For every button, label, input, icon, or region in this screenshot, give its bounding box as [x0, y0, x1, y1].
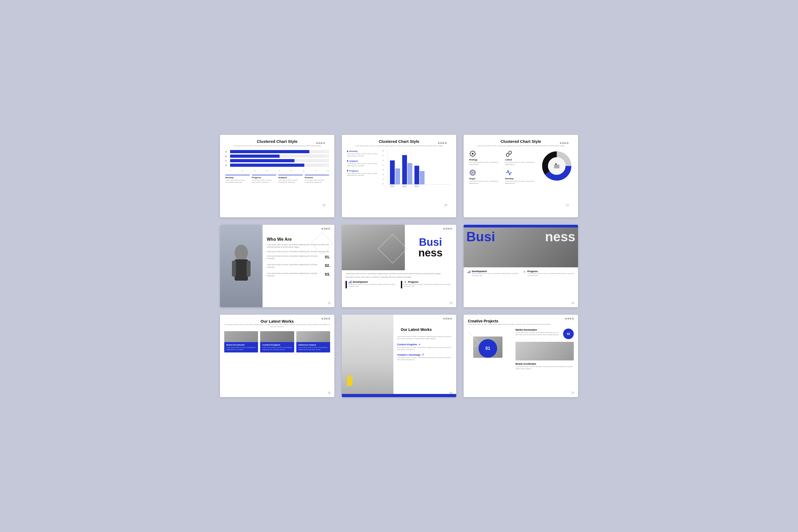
- vbar-2026-1: [414, 166, 419, 184]
- circle-02: 02: [563, 328, 574, 339]
- left-item-develop: Develop Lorem ipsum dolor sit amet, cons…: [347, 150, 379, 157]
- left-item-progress: Progress Lorem ipsum dolor sit amet, con…: [347, 170, 379, 177]
- slide-25-item-1: Brand Accelerator Lorem ipsum dolor sit …: [224, 331, 258, 353]
- slide-23-body2: Duis autem vel eum iriure dolor in hendr…: [345, 276, 453, 278]
- bar-row-b: B 50%: [225, 155, 329, 158]
- slide-20-subtitle: Lorem ipsum dolor sit amet, consectetuer…: [347, 145, 451, 147]
- slide-25: KŪKŪ Our Latest Works Lorem ipsum dolor …: [220, 315, 334, 397]
- kuku-logo-27: KŪKŪ: [565, 317, 574, 320]
- numbered-item-1: Lorem ipsum dolor sit amet, consectetuer…: [267, 255, 330, 262]
- footer-item-develop: Develop Lorem ipsum dolor sit amet, cons…: [225, 175, 250, 184]
- slide-20: KŪKŪ Clustered Chart Style Lorem ipsum d…: [342, 135, 456, 217]
- slide-21-icons: Strategy Lorem ipsum dolor sit amet, con…: [469, 150, 538, 184]
- icon-target: Target Lorem ipsum dolor sit amet, conse…: [469, 169, 502, 185]
- slide-21-subtitle: Lorem ipsum dolor sit amet, consectetuer…: [469, 145, 573, 147]
- slide-21: KŪKŪ Clustered Chart Style Lorem ipsum d…: [464, 135, 578, 217]
- kuku-logo-23: KŪKŪ: [443, 227, 453, 230]
- slide-23-text: Busi ness: [405, 225, 456, 270]
- footer-item-analysis: Analysis Lorem ipsum dolor sit amet, con…: [278, 175, 303, 184]
- vchart-y-labels: 80 70 60 50 40 30 20 10: [382, 150, 384, 185]
- kuku-logo-22: KŪKŪ: [322, 227, 331, 230]
- slide-25-img-1: Brand Accelerator Lorem ipsum dolor sit …: [224, 331, 258, 353]
- gear-icon-prog: [404, 280, 407, 284]
- svg-rect-11: [247, 261, 251, 277]
- slide-20-title: Clustered Chart Style: [347, 139, 451, 144]
- slide-26-subtitle: Lorem ipsum dolor sit amet, consectetuer…: [397, 336, 453, 340]
- numbered-list-22: Lorem ipsum dolor sit amet, consectetuer…: [267, 255, 330, 279]
- svg-rect-9: [234, 259, 248, 281]
- kuku-logo-21: KŪKŪ: [560, 142, 569, 145]
- slide-19: KŪKŪ Clustered Chart Style Lorem ipsum d…: [220, 135, 334, 217]
- svg-rect-10: [232, 261, 236, 277]
- chevron-icon-progress: [347, 170, 348, 172]
- slide-27-subtitle: Lorem ipsum dolor sit amet, consectetuer…: [468, 323, 574, 325]
- footer-item-progress: Progress Lorem ipsum dolor sit amet, con…: [252, 175, 277, 184]
- slide-23-ness: ness: [418, 247, 443, 258]
- slide-24-photo: ness Busi: [464, 227, 578, 267]
- slide-24-bottom: Development Lorem ipsum dolor sit amet, …: [464, 267, 578, 285]
- slide-22-photo: [220, 225, 263, 307]
- slide-24-icons: Development Lorem ipsum dolor sit amet, …: [467, 270, 574, 277]
- vchart-labels: 2024 2025 2026: [382, 185, 451, 187]
- slide-20-left: Develop Lorem ipsum dolor sit amet, cons…: [347, 150, 379, 187]
- gear-icon: [469, 150, 476, 157]
- bar-icon-dev: [345, 281, 347, 288]
- slide-number-23: 23: [450, 302, 453, 305]
- chevron-icon-analysis: [347, 160, 348, 162]
- slide-27-title: Creative Projects: [468, 319, 574, 323]
- lamp-accent: [347, 375, 353, 386]
- slide-26-right: KŪKŪ Our Latest Works Lorem ipsum dolor …: [394, 315, 456, 394]
- slide-26-item-1: Content Kingdom ↗ Lorem ipsum dolor sit …: [397, 343, 453, 351]
- slide-27-market-domination: Market Domination Lorem ipsum dolor sit …: [515, 328, 574, 339]
- svg-rect-14: [351, 281, 352, 283]
- arrow-icon-1: ↗: [418, 343, 420, 346]
- slide-number-26: 26: [450, 392, 453, 395]
- slide-25-overlay-1: Brand Accelerator Lorem ipsum dolor sit …: [224, 342, 258, 353]
- vbar-2024-1: [390, 160, 395, 184]
- slide-24: KŪKŪ ness Busi Development Lorem ipsum d…: [464, 225, 578, 307]
- svg-rect-13: [350, 281, 350, 283]
- donut-chart: [541, 150, 573, 182]
- kuku-logo-19: KŪKŪ: [316, 142, 325, 145]
- slide-26-left-img: [342, 315, 394, 394]
- slide-23-body1: Lorem ipsum dolor sit amet, consectetuer…: [345, 272, 453, 275]
- slide-19-footer: Develop Lorem ipsum dolor sit amet, cons…: [225, 175, 329, 184]
- slide-25-img-3: Influencer Impact Lorem ipsum dolor sit …: [296, 331, 330, 353]
- vbar-2025-2: [407, 163, 412, 184]
- slide-27-brand-accel: Brand Accelerator Lorem ipsum dolor sit …: [515, 363, 574, 370]
- slide-24-top-bar: [464, 225, 578, 227]
- slide-27-body: 01 Market Domination Lorem ipsum dolor s…: [468, 328, 574, 370]
- slide-24-busi-text: Busi: [466, 230, 495, 243]
- bar-row-c: C 65%: [225, 159, 329, 162]
- vchart-group-2026: [414, 166, 424, 184]
- svg-rect-18: [470, 270, 470, 273]
- slide-25-item-2: Content Kingdom Lorem ipsum dolor sit am…: [260, 331, 294, 353]
- slide-23-bottom: Lorem ipsum dolor sit amet, consectetuer…: [342, 270, 456, 296]
- svg-rect-7: [554, 165, 559, 168]
- slide-25-overlay-2: Content Kingdom Lorem ipsum dolor sit am…: [260, 342, 294, 353]
- icon-develop: Develop Lorem ipsum dolor sit amet, cons…: [505, 169, 538, 185]
- slide-27-img2: [515, 342, 574, 360]
- icon-strategy: Strategy Lorem ipsum dolor sit amet, con…: [469, 150, 502, 166]
- left-item-analysis: Analysis Lorem ipsum dolor sit amet, con…: [347, 160, 379, 167]
- chart-icon-24: [467, 270, 470, 274]
- numbered-item-3: Lorem ipsum dolor sit amet, consectetuer…: [267, 272, 330, 279]
- slide-number-27: 27: [571, 392, 574, 395]
- slide-20-body: Develop Lorem ipsum dolor sit amet, cons…: [347, 150, 451, 187]
- slide-25-overlay-3: Influencer Impact Lorem ipsum dolor sit …: [296, 342, 330, 353]
- slide-19-title: Clustered Chart Style: [225, 139, 329, 144]
- target-icon: [469, 169, 476, 176]
- person-photo-22: [220, 225, 263, 307]
- arrow-icon-2: ↗: [422, 353, 424, 356]
- numbered-item-2: Lorem ipsum dolor sit amet, consectetuer…: [267, 263, 330, 270]
- link-icon: [505, 150, 513, 157]
- bar-chart-19: A 80% B 50% C 65% D 75%: [225, 150, 329, 167]
- kuku-logo-20: KŪKŪ: [438, 142, 447, 145]
- slide-26-item-2: Analytics Advantage ↗ Lorem ipsum dolor …: [397, 353, 453, 361]
- footer-item-process: Process Lorem ipsum dolor sit amet, cons…: [305, 175, 329, 184]
- vbar-2024-2: [395, 168, 400, 184]
- slide-23-progress: Progress Lorem ipsum dolor sit amet, con…: [401, 280, 453, 288]
- vchart-group-2025: [402, 155, 412, 184]
- slide-26-top: KŪKŪ Our Latest Works Lorem ipsum dolor …: [342, 315, 456, 394]
- slide-27-left: 01: [468, 328, 513, 370]
